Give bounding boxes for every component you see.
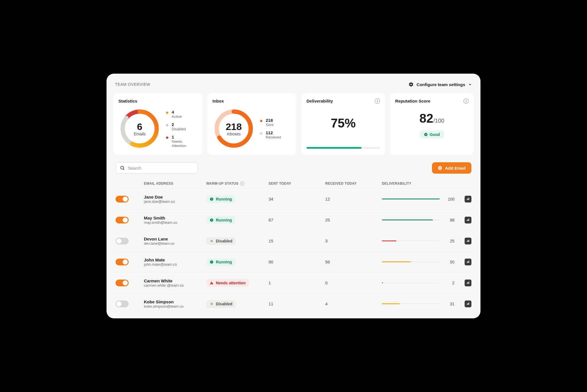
bar-chart-icon bbox=[466, 280, 470, 286]
attention-icon bbox=[210, 281, 214, 285]
received-today-cell: 3 bbox=[325, 238, 382, 243]
sent-today-cell: 90 bbox=[269, 259, 325, 264]
statistics-card: Statistics bbox=[113, 93, 202, 155]
deliverability-cell: 25 bbox=[382, 239, 454, 243]
configure-team-settings-button[interactable]: Configure team settings bbox=[409, 82, 472, 87]
status-cell: Running bbox=[206, 258, 269, 266]
legend-dot-active bbox=[166, 112, 168, 114]
bar-chart-icon bbox=[466, 238, 470, 244]
status-pill: Needs attention bbox=[206, 279, 249, 287]
enable-toggle[interactable] bbox=[116, 259, 129, 265]
deliverability-cell: 2 bbox=[382, 281, 454, 285]
status-cell: Disabled bbox=[206, 237, 269, 245]
search-input[interactable] bbox=[128, 166, 193, 171]
status-pill: Running bbox=[206, 258, 235, 266]
table-row: Kobe Simpson kobe.simpson@team.co Disabl… bbox=[113, 293, 474, 314]
add-email-button[interactable]: Add Email bbox=[432, 162, 471, 174]
user-email: may.smith@team.co bbox=[144, 220, 206, 225]
info-icon[interactable]: i bbox=[375, 99, 380, 104]
user-name: Jane Doe bbox=[144, 195, 206, 199]
chevron-down-icon bbox=[468, 82, 472, 86]
svg-rect-12 bbox=[467, 199, 467, 200]
reputation-max: /100 bbox=[433, 118, 444, 124]
topbar: TEAM OVERVIEW Configure team settings bbox=[113, 79, 474, 90]
deliverability-value: 88 bbox=[445, 218, 454, 222]
user-name: John Mate bbox=[144, 257, 206, 262]
legend-label: Needs Attention bbox=[172, 139, 197, 148]
running-icon bbox=[210, 197, 214, 201]
row-stats-button[interactable] bbox=[465, 280, 471, 286]
user-email: john.mate@team.co bbox=[144, 262, 206, 267]
email-address-cell: Devon Lane dev.lane@team.co bbox=[144, 237, 206, 246]
status-label: Disabled bbox=[216, 302, 232, 306]
bar-chart-icon bbox=[466, 218, 470, 223]
reputation-title: Reputation Score bbox=[395, 99, 469, 103]
user-name: Devon Lane bbox=[144, 237, 206, 241]
deliverability-card: Deliverability i 75% bbox=[301, 93, 385, 155]
inbox-card: Inbox 218 Inboxes 218Se bbox=[207, 93, 296, 155]
row-stats-button[interactable] bbox=[465, 196, 471, 203]
enable-toggle[interactable] bbox=[116, 217, 129, 223]
info-icon[interactable]: i bbox=[463, 99, 469, 104]
info-icon[interactable]: i bbox=[240, 182, 244, 186]
reputation-card: Reputation Score i 82/100 Good bbox=[390, 93, 474, 155]
legend-value: 2 bbox=[172, 122, 186, 127]
svg-rect-35 bbox=[467, 304, 467, 305]
search-icon bbox=[120, 165, 125, 171]
table-row: Carmen White carmen.white @team.co Needs… bbox=[113, 272, 474, 293]
svg-rect-14 bbox=[469, 198, 469, 200]
status-pill: Running bbox=[206, 195, 235, 203]
bar-chart-icon bbox=[466, 197, 470, 202]
svg-rect-28 bbox=[211, 282, 212, 283]
status-label: Disabled bbox=[216, 239, 232, 243]
statistics-sublabel: Emails bbox=[134, 132, 146, 136]
row-stats-button[interactable] bbox=[465, 238, 471, 244]
deliverability-value: 2 bbox=[445, 281, 454, 285]
reputation-badge: Good bbox=[420, 131, 444, 139]
page-title: TEAM OVERVIEW bbox=[115, 82, 150, 87]
reputation-number: 82 bbox=[420, 111, 433, 125]
legend-dot-sent bbox=[260, 120, 262, 122]
svg-rect-13 bbox=[468, 198, 468, 200]
sent-today-cell: 15 bbox=[269, 238, 325, 243]
row-stats-button[interactable] bbox=[465, 217, 471, 223]
user-email: jane.doe@team.co bbox=[144, 199, 206, 204]
statistics-legend: 4Active 2Disabled 1Needs Attention bbox=[166, 110, 197, 148]
legend-label: Received bbox=[266, 135, 281, 139]
enable-toggle[interactable] bbox=[116, 196, 129, 203]
svg-rect-32 bbox=[469, 282, 469, 284]
configure-label: Configure team settings bbox=[416, 82, 465, 87]
table-header: EMAIL ADDRESS WARM-UP STATUS i SENT TODA… bbox=[113, 179, 474, 188]
row-stats-button[interactable] bbox=[465, 259, 471, 265]
enable-toggle[interactable] bbox=[116, 301, 129, 307]
svg-rect-23 bbox=[469, 240, 469, 242]
deliverability-value: 31 bbox=[445, 302, 454, 306]
status-label: Running bbox=[216, 218, 232, 222]
enable-toggle[interactable] bbox=[116, 280, 129, 286]
svg-rect-22 bbox=[468, 240, 468, 242]
svg-rect-25 bbox=[467, 262, 467, 263]
email-address-cell: Carmen White carmen.white @team.co bbox=[144, 278, 206, 287]
statistics-title: Statistics bbox=[118, 99, 197, 103]
row-stats-button[interactable] bbox=[465, 301, 471, 307]
gear-icon bbox=[409, 82, 414, 87]
email-address-cell: Kobe Simpson kobe.simpson@team.co bbox=[144, 299, 206, 308]
search-box[interactable] bbox=[116, 162, 198, 174]
deliverability-cell: 88 bbox=[382, 218, 454, 222]
svg-line-9 bbox=[123, 169, 124, 170]
svg-rect-17 bbox=[468, 219, 468, 221]
badge-label: Good bbox=[429, 132, 440, 137]
deliverability-bar bbox=[382, 303, 440, 304]
reputation-value: 82/100 bbox=[395, 111, 469, 125]
status-pill: Disabled bbox=[206, 237, 236, 245]
user-email: kobe.simpson@team.co bbox=[144, 304, 206, 308]
enable-toggle[interactable] bbox=[116, 238, 129, 244]
deliverability-bar bbox=[382, 240, 440, 241]
statistics-donut: 6 Emails bbox=[118, 107, 161, 150]
deliverability-bar bbox=[382, 199, 440, 199]
bar-chart-icon bbox=[466, 259, 470, 265]
user-name: Kobe Simpson bbox=[144, 299, 206, 304]
plus-circle-icon bbox=[438, 166, 442, 170]
status-cell: Running bbox=[206, 216, 269, 224]
svg-rect-26 bbox=[468, 261, 468, 263]
